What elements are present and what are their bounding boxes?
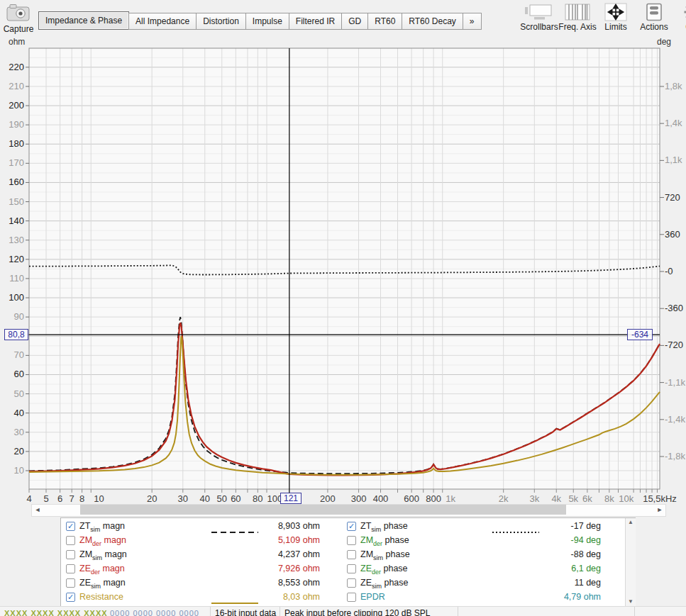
limp-impedance-window: Capture Impedance & PhaseAll ImpedanceDi… [0, 0, 686, 616]
legend-series-label: ZEder phase [360, 564, 408, 576]
status-empty-segment [634, 607, 686, 616]
left-axis-tick-label: 190 [0, 119, 24, 130]
checked-checkbox[interactable]: ✓ [66, 522, 75, 531]
right-axis-tick-label: -1,1k [665, 377, 685, 388]
unchecked-checkbox[interactable] [347, 536, 356, 545]
legend-cursor-value: 8,553 ohm [231, 578, 320, 588]
legend-series-label: ZTsim phase [360, 521, 408, 533]
legend-series-label: ZMsim phase [360, 549, 410, 561]
x-axis-tick-label: 4k [551, 493, 561, 504]
unchecked-checkbox[interactable] [347, 578, 356, 588]
x-axis-tick-label: 300 [351, 493, 367, 504]
legend-row-phase-2: ZMsim phase-88 deg [342, 548, 612, 562]
legend-series-label: EPDR [360, 592, 385, 602]
legend-row-phase-5: EPDR4,79 ohm [342, 590, 612, 605]
x-axis-tick-label: 8k [604, 493, 614, 504]
legend-cursor-value: 7,926 ohm [231, 564, 320, 573]
x-axis-tick-label: 50 [217, 493, 227, 504]
legend-series-label: Resistance [79, 592, 123, 602]
legend-scroll-down-icon[interactable]: ▼ [626, 598, 636, 606]
checked-checkbox[interactable]: ✓ [66, 593, 75, 602]
x-axis-tick-label: 10 [94, 493, 104, 504]
right-axis-tick-label: -1,8k [665, 451, 685, 461]
unchecked-checkbox[interactable] [66, 536, 75, 545]
legend-series-label: ZMder phase [360, 535, 409, 547]
x-axis-tick-label: 7 [70, 493, 74, 504]
left-axis-tick-label: 180 [0, 138, 24, 149]
x-axis-tick-label: 400 [373, 493, 389, 504]
left-axis-tick-label: 140 [0, 215, 24, 226]
legend-vertical-scrollbar[interactable]: ▲ ▼ [625, 518, 636, 606]
status-empty-segment [458, 607, 634, 616]
legend-row-magn-3: ZEder magn7,926 ohm [61, 562, 331, 576]
left-axis-tick-label: 20 [0, 446, 24, 457]
unchecked-checkbox[interactable] [347, 593, 356, 602]
legend-row-magn-5: ✓Resistance8,03 ohm [61, 590, 331, 605]
left-axis-tick-label: 50 [0, 388, 24, 399]
legend-row-magn-2: ZMsim magn4,237 ohm [61, 548, 331, 562]
left-axis-tick-label: 70 [0, 349, 24, 360]
x-axis-tick-label: 3k [529, 493, 539, 504]
legend-cursor-value: 5,109 ohm [231, 535, 320, 545]
left-axis-tick-label: 40 [0, 408, 24, 418]
left-axis-tick-label: 160 [0, 177, 24, 187]
impedance-chart-canvas[interactable] [0, 0, 686, 505]
legend-cursor-value: -94 deg [512, 535, 601, 545]
x-axis-tick-label: 80 [253, 493, 262, 504]
left-axis-tick-label: 110 [0, 273, 24, 284]
x-axis-tick-label: 200 [320, 493, 336, 504]
unchecked-checkbox[interactable] [347, 564, 356, 573]
bit-meter-active-bits: XXXX XXXX XXXX XXXX [4, 609, 108, 616]
right-axis-tick-label: 1,4k [665, 118, 682, 128]
legend-row-phase-0: ✓ZTsim phase-17 deg [342, 520, 612, 534]
scroll-left-arrow-icon[interactable]: ◄ [33, 505, 43, 515]
legend-cursor-value: 8,903 ohm [231, 521, 320, 531]
x-axis-tick-label: 1k [446, 493, 455, 504]
legend-row-magn-4: ZEsim magn8,553 ohm [61, 576, 331, 590]
cursor-freq-readout: 121 [280, 493, 301, 504]
legend-row-phase-1: ZMder phase-94 deg [342, 534, 612, 548]
left-axis-tick-label: 60 [0, 369, 24, 379]
legend-series-label: ZEsim phase [360, 578, 409, 590]
x-axis-tick-label: 20 [147, 493, 157, 504]
legend-row-magn-0: ✓ZTsim magn8,903 ohm [61, 520, 331, 534]
horizontal-scrollbar[interactable]: ◄ ► [31, 504, 666, 517]
left-axis-tick-label: 220 [0, 62, 24, 72]
x-axis-tick-label: 2k [499, 493, 509, 504]
input-format-status: 16-bit input data [210, 607, 280, 616]
left-axis-tick-label: 30 [0, 427, 24, 437]
scroll-right-arrow-icon[interactable]: ► [655, 505, 665, 515]
x-axis-tick-label: 6 [57, 493, 62, 504]
legend-series-label: ZMder magn [79, 535, 126, 547]
x-axis-tick-label: 600 [404, 493, 419, 504]
legend-cursor-value: 4,79 ohm [512, 592, 601, 602]
bit-meter-zero-bits: 0000 0000 0000 0000 [110, 609, 199, 616]
unchecked-checkbox[interactable] [347, 550, 356, 559]
horizontal-scrollbar-thumb[interactable] [80, 505, 566, 515]
legend-series-label: ZEder magn [79, 564, 125, 576]
right-axis-tick-label: 360 [665, 229, 680, 240]
status-bar: XXXX XXXX XXXX XXXX 0000 0000 0000 0000 … [0, 606, 686, 616]
x-axis-tick-label: 10k [619, 493, 634, 504]
left-axis-tick-label: 170 [0, 157, 24, 168]
left-axis-tick-label: 120 [0, 254, 24, 264]
x-axis-tick-label: 8 [79, 493, 84, 504]
legend-series-label: ZMsim magn [79, 549, 127, 561]
legend-series-label: ZTsim magn [79, 521, 125, 533]
right-axis-tick-label: -0 [665, 266, 673, 276]
legend-cursor-value: -17 deg [512, 521, 601, 531]
unchecked-checkbox[interactable] [66, 564, 75, 573]
unchecked-checkbox[interactable] [66, 550, 75, 559]
legend-cursor-value: 11 deg [512, 578, 601, 588]
left-axis-tick-label: 90 [0, 311, 24, 322]
x-axis-tick-label: 4 [26, 493, 31, 504]
cursor-deg-readout: -634 [627, 329, 653, 340]
left-axis-tick-label: 10 [0, 465, 24, 476]
right-axis-tick-label: -720 [665, 340, 683, 350]
legend-scroll-up-icon[interactable]: ▲ [626, 518, 636, 527]
x-axis-tick-label: 6k [582, 493, 592, 504]
unchecked-checkbox[interactable] [66, 578, 75, 588]
x-axis-tick-label: 15,5kHz [643, 493, 677, 504]
left-axis-tick-label: 210 [0, 81, 24, 91]
checked-checkbox[interactable]: ✓ [347, 522, 356, 531]
